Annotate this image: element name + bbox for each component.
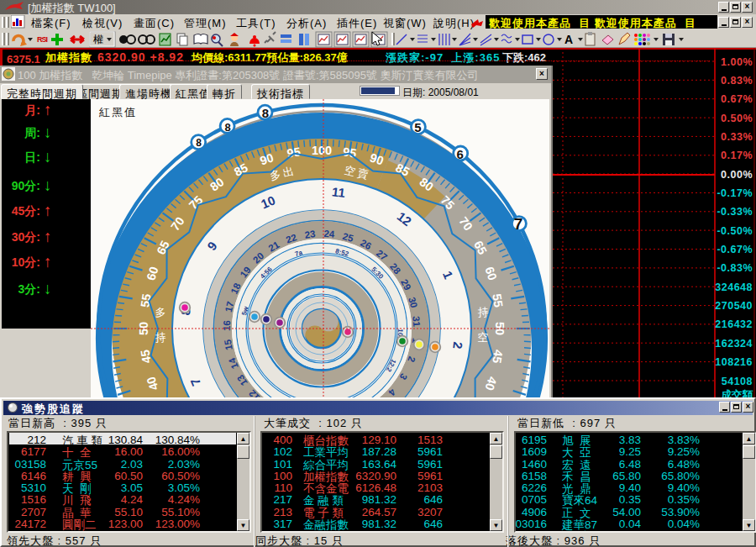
svg-text:108216: 108216 — [715, 356, 753, 368]
svg-text:0.67%: 0.67% — [721, 93, 753, 105]
svg-text:A: A — [564, 33, 573, 46]
svg-text:RSI: RSI — [37, 35, 48, 44]
svg-text:5: 5 — [414, 120, 421, 134]
svg-text:216432: 216432 — [715, 318, 753, 330]
svg-text:6: 6 — [456, 147, 463, 161]
svg-text:0.17%: 0.17% — [721, 150, 753, 161]
svg-text:-0.83%: -0.83% — [717, 262, 753, 274]
svg-text:8: 8 — [224, 121, 230, 134]
svg-text:24: 24 — [323, 229, 335, 239]
svg-text:-0.17%: -0.17% — [717, 187, 753, 199]
svg-text:7: 7 — [514, 215, 523, 233]
svg-text:1.00%: 1.00% — [721, 56, 753, 68]
svg-text:23: 23 — [304, 229, 316, 239]
svg-text:8: 8 — [196, 137, 202, 149]
svg-text:權: 權 — [93, 34, 103, 45]
svg-text:多: 多 — [155, 306, 166, 318]
svg-text:-0.67%: -0.67% — [717, 244, 753, 255]
svg-text:成交額: 成交額 — [721, 389, 753, 397]
svg-text:持: 持 — [478, 306, 489, 318]
svg-text:0.83%: 0.83% — [721, 75, 753, 87]
svg-text:16: 16 — [222, 320, 232, 331]
svg-text:0.00%: 0.00% — [721, 169, 753, 181]
svg-text:0.33%: 0.33% — [721, 131, 753, 143]
svg-text:-0.33%: -0.33% — [717, 206, 753, 218]
svg-text:100: 100 — [312, 144, 332, 157]
svg-text:空: 空 — [478, 331, 489, 344]
svg-text:162324: 162324 — [715, 338, 753, 350]
svg-text:324648: 324648 — [715, 281, 753, 293]
svg-text:-0.50%: -0.50% — [717, 225, 753, 237]
svg-text:紅黑值: 紅黑值 — [99, 106, 137, 118]
svg-text:8: 8 — [262, 106, 269, 120]
svg-text:持: 持 — [155, 331, 166, 344]
svg-text:11: 11 — [331, 184, 346, 200]
svg-text:54108: 54108 — [722, 376, 753, 387]
svg-text:270540: 270540 — [715, 300, 753, 312]
svg-text:31: 31 — [411, 316, 422, 328]
svg-text:0.50%: 0.50% — [721, 113, 753, 124]
